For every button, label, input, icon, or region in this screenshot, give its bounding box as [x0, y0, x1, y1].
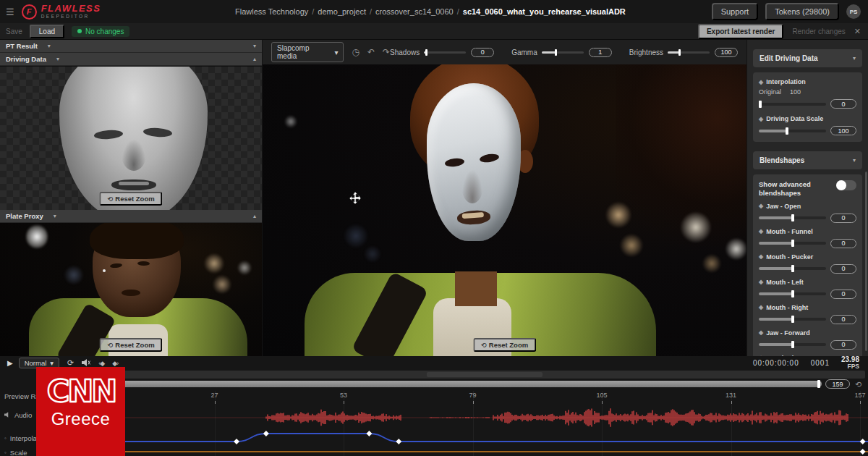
blendshape-value[interactable]: 0 [830, 214, 856, 223]
show-advanced-toggle[interactable] [836, 180, 856, 190]
shadows-slider-thumb[interactable] [425, 49, 427, 56]
chevron-up-icon[interactable]: ▴ [253, 213, 256, 219]
interpolation-keyframe[interactable] [234, 439, 239, 444]
redo-icon[interactable]: ↷ [383, 47, 390, 57]
interpolation-slider-thumb[interactable] [759, 101, 762, 108]
gamma-slider[interactable] [542, 51, 584, 54]
blendshape-value[interactable]: 0 [830, 315, 856, 324]
edit-driving-data-header[interactable]: Edit Driving Data ▾ [753, 49, 862, 67]
history-icon[interactable]: ◷ [352, 47, 359, 57]
breadcrumb-item[interactable]: demo_project [318, 7, 366, 16]
gamma-slider-thumb[interactable] [555, 49, 557, 56]
blendshape-value[interactable]: 0 [830, 340, 856, 350]
range-end-value[interactable]: 159 [825, 379, 850, 389]
blendshape-value[interactable]: 0 [830, 264, 856, 274]
blendshape-slider-thumb[interactable] [791, 214, 794, 221]
driving-data-viewport[interactable]: ⟲Reset Zoom [0, 67, 262, 210]
plate-proxy-viewport[interactable]: ⟲Reset Zoom [0, 223, 262, 356]
shadows-slider[interactable] [424, 51, 466, 54]
blendshape-slider-thumb[interactable] [791, 341, 794, 348]
plate-proxy-header[interactable]: Plate Proxy ▾ ▴ [0, 210, 262, 223]
close-icon[interactable]: ✕ [854, 27, 861, 36]
range-slider-thumb[interactable] [817, 380, 820, 388]
media-select-dropdown[interactable]: Slapcomp media ▾ [271, 42, 344, 62]
breadcrumb-item[interactable]: crossover_sc14_0060 [375, 7, 454, 16]
blendshape-value[interactable]: 0 [830, 290, 856, 299]
interpolation-keyframe[interactable] [263, 431, 269, 436]
actor-mouth [122, 290, 140, 296]
blendshape-slider[interactable] [759, 343, 826, 346]
chevron-down-icon: ▾ [853, 157, 856, 164]
chevron-down-icon: ▾ [50, 359, 54, 367]
shadows-value[interactable]: 0 [471, 48, 494, 57]
timeline-scrollbar[interactable] [110, 371, 865, 379]
reset-zoom-button[interactable]: ⟲Reset Zoom [99, 338, 162, 352]
blendshape-slider[interactable] [759, 216, 826, 219]
blendshape-slider[interactable] [759, 318, 826, 321]
save-button[interactable]: Save [6, 28, 22, 35]
brightness-slider-thumb[interactable] [678, 49, 681, 56]
blendshape-slider-thumb[interactable] [791, 240, 794, 247]
reset-zoom-button[interactable]: ⟲Reset Zoom [473, 338, 536, 352]
timeline-range-slider[interactable] [110, 381, 822, 387]
scale-curve[interactable] [110, 447, 868, 456]
speaker-icon[interactable] [82, 359, 90, 368]
blendshape-slider-thumb[interactable] [791, 290, 794, 297]
support-button[interactable]: Support [712, 3, 759, 20]
interpolation-curve[interactable] [110, 427, 868, 447]
driving-data-header[interactable]: Driving Data ▾ ▴ [0, 53, 262, 66]
left-panel-column: PT Result ▾ ▾ Driving Data ▾ ▴ ⟲Reset Zo… [0, 40, 262, 356]
audio-waveform[interactable] [110, 405, 868, 430]
brightness-value[interactable]: 100 [715, 48, 738, 57]
interpolation-slider[interactable] [759, 103, 826, 106]
chevron-down-icon[interactable]: ▾ [253, 43, 256, 49]
blendshape-slider[interactable] [759, 292, 826, 295]
track-dot-icon: ◦ [4, 435, 7, 442]
undo-icon[interactable]: ↶ [367, 47, 375, 57]
next-keyframe-icon[interactable]: ◆› [112, 360, 118, 367]
load-button[interactable]: Load [30, 25, 64, 38]
pt-result-header[interactable]: PT Result ▾ ▾ [0, 40, 262, 53]
blendshape-value[interactable]: 0 [830, 239, 856, 248]
breadcrumb-item[interactable]: Flawless Technology [235, 7, 308, 16]
prev-keyframe-icon[interactable]: ‹◆ [98, 360, 104, 367]
video-canvas[interactable]: ⟲Reset Zoom [263, 64, 746, 356]
chevron-down-icon[interactable]: ▾ [56, 56, 59, 62]
blendshapes-header[interactable]: Blendshapes ▾ [753, 151, 862, 169]
track-label-audio[interactable]: Audio [4, 411, 32, 419]
brightness-label: Brightness [629, 48, 663, 56]
tokens-button[interactable]: Tokens (29800) [765, 3, 839, 20]
blendshape-slider[interactable] [759, 242, 826, 245]
hamburger-menu-icon[interactable]: ☰ [6, 7, 14, 17]
chevron-down-icon[interactable]: ▾ [48, 43, 51, 49]
user-avatar[interactable]: PS [846, 4, 861, 19]
driving-data-scale-slider-thumb[interactable] [786, 127, 788, 135]
breadcrumb-item[interactable]: sc14_0060_what_you_rehearse_visualADR [463, 7, 626, 16]
interpolation-keyframe[interactable] [366, 431, 372, 436]
right-panel: Edit Driving Data ▾ ◈ Interpolation Orig… [747, 40, 868, 356]
timeline-scrollbar-thumb[interactable] [427, 372, 542, 377]
play-button[interactable]: ▶ [7, 359, 13, 367]
export-latest-render-button[interactable]: Export latest render [698, 24, 783, 39]
ruler-frame-number: 157 [851, 392, 868, 399]
toggle-thumb[interactable] [836, 180, 846, 190]
blendshape-slider-thumb[interactable] [791, 265, 794, 272]
render-changes-button[interactable]: Render changes [792, 28, 845, 35]
reset-zoom-button[interactable]: ⟲Reset Zoom [99, 192, 162, 206]
blendshape-slider[interactable] [759, 267, 826, 270]
blendshape-slider-thumb[interactable] [791, 316, 794, 323]
interpolation-value[interactable]: 0 [830, 99, 856, 109]
right-panel-scrollbar[interactable] [865, 172, 867, 351]
brightness-slider[interactable] [668, 51, 710, 54]
driving-data-scale-slider[interactable] [759, 130, 826, 132]
chevron-down-icon[interactable]: ▾ [54, 213, 56, 219]
scale-keyframe[interactable] [860, 449, 866, 455]
interpolation-keyframe[interactable] [396, 439, 401, 444]
chevron-up-icon[interactable]: ▴ [253, 56, 256, 62]
interpolation-keyframe[interactable] [860, 439, 866, 444]
track-label-scale[interactable]: ◦ Scale [4, 449, 27, 456]
driving-data-scale-value[interactable]: 100 [830, 126, 856, 135]
blendshape-label: Mouth - Pucker [766, 253, 813, 261]
range-reset-icon[interactable]: ⟲ [855, 380, 861, 389]
gamma-value[interactable]: 1 [589, 48, 612, 57]
